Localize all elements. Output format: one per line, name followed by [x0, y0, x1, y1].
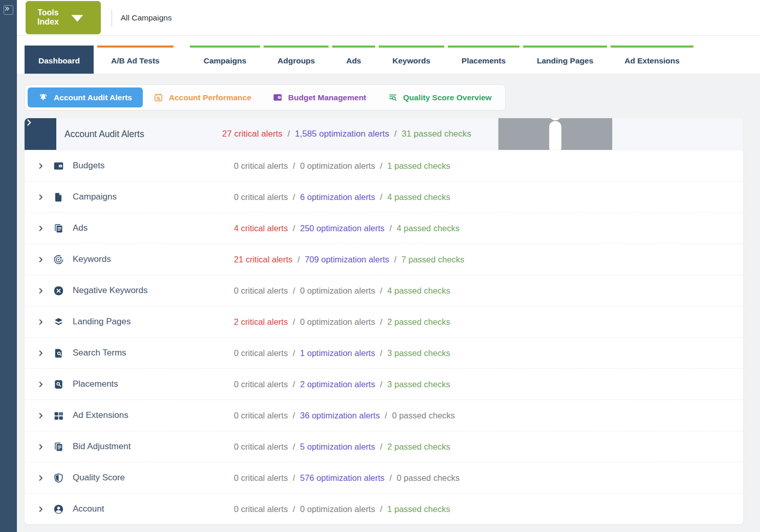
tab-a-b-ad-tests[interactable]: A/B Ad Tests [97, 46, 173, 74]
optimization-alerts-count: 0 optimization alerts [300, 286, 375, 296]
alert-counts: 0 critical alerts / 36 optimization aler… [234, 411, 455, 420]
optimization-alerts-count: 0 optimization alerts [300, 504, 375, 514]
calendar-search-icon [154, 93, 163, 102]
audit-row-account[interactable]: Account0 critical alerts / 0 optimizatio… [25, 493, 743, 524]
audit-row-placements[interactable]: Placements0 critical alerts / 2 optimiza… [25, 368, 743, 400]
subtab-group: Account Audit AlertsAccount PerformanceB… [25, 84, 506, 110]
separator: / [380, 411, 392, 420]
audit-row-budgets[interactable]: Budgets0 critical alerts / 0 optimizatio… [25, 150, 743, 181]
passed-checks-count: 3 passed checks [387, 380, 450, 389]
audit-row-ads[interactable]: Ads4 critical alerts / 250 optimization … [25, 212, 743, 243]
chevron-right-icon[interactable] [37, 162, 45, 170]
alert-counts: 0 critical alerts / 0 optimization alert… [234, 286, 450, 296]
tab-dashboard[interactable]: Dashboard [25, 46, 94, 74]
alert-counts: 0 critical alerts / 5 optimization alert… [234, 442, 450, 452]
optimization-alerts-count: 709 optimization alerts [305, 255, 389, 264]
audit-row-ad-extensions[interactable]: Ad Extensions0 critical alerts / 36 opti… [25, 400, 743, 431]
audit-row-bid-adjustment[interactable]: Bid Adjustment0 critical alerts / 5 opti… [25, 431, 743, 462]
separator: / [288, 161, 300, 171]
critical-alerts-count: 21 critical alerts [234, 255, 293, 264]
tools-index-button[interactable]: Tools Index [26, 1, 101, 35]
chevron-right-icon [25, 118, 56, 150]
separator: / [384, 224, 397, 233]
passed-checks-count: 0 passed checks [392, 411, 455, 420]
expand-all-button[interactable] [25, 118, 56, 150]
chevron-right-icon[interactable] [37, 412, 45, 419]
tab-adgroups[interactable]: Adgroups [264, 46, 329, 74]
chevron-right-icon[interactable] [37, 381, 45, 388]
topbar-divider [112, 9, 112, 27]
chevron-right-icon[interactable] [37, 225, 45, 232]
subtab-quality-score-overview[interactable]: Quality Score Overview [377, 87, 503, 107]
subtab-budget-management[interactable]: Budget Management [262, 87, 377, 107]
wallet-icon [273, 93, 283, 102]
chevron-right-icon[interactable] [37, 318, 45, 326]
tab-placements[interactable]: Placements [448, 46, 519, 74]
row-label: Budgets [73, 161, 104, 171]
sidebar-expand-button[interactable] [4, 5, 13, 15]
content-area: Account Audit AlertsAccount PerformanceB… [17, 74, 760, 532]
passed-checks-count: 2 passed checks [387, 442, 450, 452]
row-label: Negative Keywords [73, 285, 147, 296]
chevron-right-icon[interactable] [37, 193, 45, 201]
audit-row-search-terms[interactable]: Search Terms0 critical alerts / 1 optimi… [25, 337, 743, 368]
critical-alerts-count: 0 critical alerts [234, 504, 288, 514]
tab-keywords[interactable]: Keywords [379, 46, 444, 74]
audit-row-landing-pages[interactable]: Landing Pages2 critical alerts / 0 optim… [25, 306, 743, 337]
audit-row-negative-keywords[interactable]: Negative Keywords0 critical alerts / 0 o… [25, 275, 743, 306]
alert-counts: 0 critical alerts / 576 optimization ale… [234, 473, 460, 483]
critical-alerts-count: 2 critical alerts [234, 317, 288, 327]
row-label: Keywords [73, 254, 111, 264]
passed-checks-count: 0 passed checks [397, 473, 460, 483]
audit-row-campaigns[interactable]: Campaigns0 critical alerts / 6 optimizat… [25, 181, 743, 212]
optimization-alerts-count: 5 optimization alerts [300, 442, 375, 452]
separator: / [283, 129, 295, 139]
audit-row-keywords[interactable]: Keywords21 critical alerts / 709 optimiz… [25, 243, 743, 275]
tab-landing-pages[interactable]: Landing Pages [523, 46, 607, 74]
critical-alerts-count: 0 critical alerts [234, 473, 288, 483]
separator: / [389, 129, 402, 139]
shield-icon [53, 473, 64, 483]
copy-list-icon [53, 223, 64, 234]
separator: / [375, 380, 387, 389]
subtab-account-audit-alerts[interactable]: Account Audit Alerts [28, 87, 143, 107]
bell-icon [38, 93, 48, 102]
chevron-right-icon[interactable] [37, 474, 45, 482]
optimization-alerts-count: 1,585 optimization alerts [295, 129, 389, 139]
chevron-right-icon[interactable] [37, 505, 45, 513]
separator: / [288, 286, 300, 296]
x-circle-icon [53, 285, 64, 296]
subtab-account-performance[interactable]: Account Performance [143, 87, 262, 107]
alert-counts: 0 critical alerts / 0 optimization alert… [234, 161, 450, 171]
passed-checks-count: 4 passed checks [397, 224, 460, 233]
tab-ad-extensions[interactable]: Ad Extensions [611, 46, 693, 74]
layers-icon [53, 317, 64, 327]
alert-counts: 21 critical alerts / 709 optimization al… [234, 255, 464, 264]
audit-row-quality-score[interactable]: Quality Score0 critical alerts / 576 opt… [25, 462, 743, 493]
account-audit-alerts-summary-row[interactable]: Account Audit Alerts 27 critical alerts … [25, 118, 743, 150]
chevron-right-icon[interactable] [37, 256, 45, 263]
alert-counts: 0 critical alerts / 0 optimization alert… [234, 504, 450, 514]
chevron-right-icon[interactable] [37, 443, 45, 451]
critical-alerts-count: 4 critical alerts [234, 224, 288, 233]
optimization-alerts-count: 576 optimization alerts [300, 473, 384, 483]
tab-ads[interactable]: Ads [332, 46, 375, 74]
copy-list-icon [53, 441, 64, 452]
critical-alerts-count: 0 critical alerts [234, 442, 288, 452]
tab-campaigns[interactable]: Campaigns [190, 46, 260, 74]
main-area: Tools Index All Campaigns DashboardA/B A… [17, 0, 760, 532]
subtab-label: Account Performance [169, 93, 251, 102]
alert-counts: 0 critical alerts / 2 optimization alert… [234, 380, 450, 389]
person-circle-icon [53, 504, 64, 515]
chevron-right-icon[interactable] [37, 287, 45, 295]
passed-checks-count: 3 passed checks [387, 348, 450, 358]
separator: / [288, 317, 300, 327]
separator: / [375, 348, 387, 358]
critical-alerts-count: 0 critical alerts [234, 161, 288, 171]
separator: / [389, 255, 401, 264]
chevron-right-icon[interactable] [37, 349, 45, 357]
subtab-label: Budget Management [288, 93, 366, 102]
passed-checks-count: 1 passed checks [387, 161, 450, 171]
file-icon [53, 192, 64, 203]
subtab-label: Account Audit Alerts [54, 93, 132, 102]
